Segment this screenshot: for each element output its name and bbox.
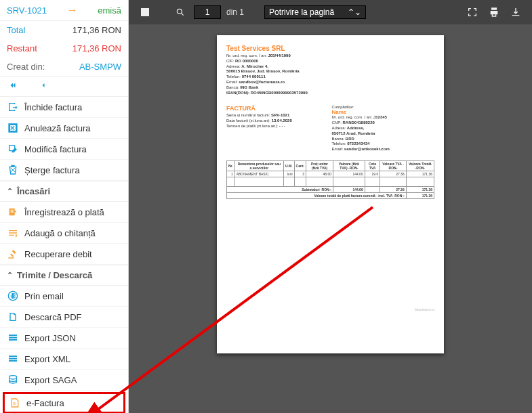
table-row: 1 ABONAMENT BASIC luni 3 48.00 144.00 19…: [227, 171, 434, 177]
delete-invoice-button[interactable]: Șterge factura: [0, 160, 128, 181]
sidebar-toggle-icon[interactable]: [138, 5, 152, 19]
register-payment-button[interactable]: Înregistrează o plată: [0, 202, 128, 223]
fullscreen-icon[interactable]: [466, 5, 479, 19]
close-invoice-label: Închide factura: [24, 102, 82, 112]
modify-invoice-icon: [7, 144, 19, 154]
close-invoice-icon: [7, 102, 19, 112]
pdf-viewer: 1 din 1 Potrivire la pagină ⌃⌄ Test Serv…: [129, 0, 532, 413]
efactura-icon: e: [9, 397, 21, 408]
restant-value: 171,36 RON: [73, 43, 121, 53]
grandtotal-row: Valoare totală de plată factura curentă …: [227, 192, 434, 198]
chevron-up-icon: ⌃: [7, 271, 13, 280]
cancel-invoice-icon: [7, 123, 19, 133]
section-payments-header[interactable]: ⌃ Încasări: [0, 181, 128, 202]
buyer-name: Name: [332, 109, 435, 115]
send-email-button[interactable]: @ Prin email: [0, 286, 128, 307]
xml-icon: [7, 353, 19, 364]
zoom-select[interactable]: Potrivire la pagină ⌃⌄: [264, 5, 366, 19]
pdf-icon: [7, 311, 19, 322]
add-receipt-label: Adaugă o chitanță: [24, 228, 96, 238]
sidebar: SRV-1021 → emisă Total 171,36 RON Restan…: [0, 0, 129, 413]
created-value[interactable]: AB-SMPW: [79, 62, 121, 72]
efactura-highlight: e e-Factura: [3, 392, 125, 413]
modify-invoice-button[interactable]: Modifică factura: [0, 139, 128, 160]
debit-recovery-label: Recuperare debit: [24, 249, 92, 259]
export-xml-button[interactable]: Export XML: [0, 349, 128, 370]
cancel-invoice-label: Anulează factura: [24, 123, 91, 133]
print-icon[interactable]: [487, 5, 501, 19]
invoice-header: SRV-1021 → emisă: [0, 0, 128, 21]
subtotal-row: Subtotaluri -RON-: 144.00 27.36 171.36: [227, 186, 434, 192]
chevron-up-icon: ⌃: [7, 187, 13, 196]
page-total-label: din 1: [226, 7, 244, 17]
first-icon[interactable]: [7, 81, 19, 92]
export-json-button[interactable]: Export JSON: [0, 328, 128, 349]
zoom-value: Potrivire la pagină: [269, 7, 334, 17]
cancel-invoice-button[interactable]: Anulează factura: [0, 118, 128, 139]
nav-pagination: [0, 77, 128, 97]
register-payment-icon: [7, 206, 19, 217]
section-payments-title: Încasări: [17, 186, 50, 196]
export-json-label: Export JSON: [24, 333, 76, 343]
svg-text:e: e: [13, 400, 16, 406]
restant-row: Restant 171,36 RON: [0, 39, 128, 58]
doc-title: FACTURĂ: [226, 105, 329, 112]
efactura-label: e-Factura: [26, 398, 64, 408]
efactura-button[interactable]: e e-Factura: [5, 394, 123, 412]
download-icon[interactable]: [509, 5, 523, 19]
seller-name: Test Services SRL: [226, 45, 434, 52]
created-label: Creat din:: [7, 62, 45, 72]
invoice-status: emisă: [98, 5, 121, 16]
modify-invoice-label: Modifică factura: [24, 144, 87, 154]
total-row: Total 171,36 RON: [0, 21, 128, 39]
saga-icon: [7, 374, 19, 385]
invoice-number[interactable]: SRV-1021: [7, 5, 47, 16]
brand-footer: factureaza.ro: [226, 307, 434, 311]
arrow-right-icon: →: [67, 4, 78, 16]
delete-invoice-icon: [7, 165, 19, 175]
total-value: 171,36 RON: [73, 25, 121, 35]
add-receipt-icon: [7, 227, 19, 238]
svg-text:@: @: [10, 292, 16, 299]
download-pdf-button[interactable]: Descarcă PDF: [0, 307, 128, 328]
pdf-page: Test Services SRL Nr. ord. reg. com. / a…: [217, 35, 444, 353]
export-xml-label: Export XML: [24, 354, 70, 364]
search-icon[interactable]: [173, 5, 187, 19]
json-icon: [7, 332, 19, 343]
export-saga-button[interactable]: Export SAGA: [0, 370, 128, 391]
pdf-canvas[interactable]: Test Services SRL Nr. ord. reg. com. / a…: [129, 24, 532, 413]
gavel-icon: [7, 248, 19, 259]
section-send-title: Trimite / Descarcă: [17, 270, 92, 280]
add-receipt-button[interactable]: Adaugă o chitanță: [0, 223, 128, 244]
invoice-table: Nr. Denumirea produselor sau a serviciil…: [226, 160, 434, 199]
email-icon: @: [7, 290, 19, 301]
debit-recovery-button[interactable]: Recuperare debit: [0, 244, 128, 265]
pdf-toolbar: 1 din 1 Potrivire la pagină ⌃⌄: [129, 0, 532, 24]
register-payment-label: Înregistrează o plată: [24, 207, 104, 217]
page-number-input[interactable]: 1: [194, 5, 221, 19]
section-send-header[interactable]: ⌃ Trimite / Descarcă: [0, 265, 128, 286]
svg-point-2: [177, 9, 182, 14]
delete-invoice-label: Șterge factura: [24, 165, 80, 175]
created-row: Creat din: AB-SMPW: [0, 58, 128, 77]
total-label: Total: [7, 25, 25, 35]
export-saga-label: Export SAGA: [24, 375, 77, 385]
download-pdf-label: Descarcă PDF: [24, 312, 82, 322]
send-email-label: Prin email: [24, 291, 64, 301]
close-invoice-button[interactable]: Închide factura: [0, 97, 128, 118]
prev-icon[interactable]: [39, 81, 47, 92]
restant-label: Restant: [7, 43, 37, 53]
chevron-updown-icon: ⌃⌄: [348, 7, 361, 17]
